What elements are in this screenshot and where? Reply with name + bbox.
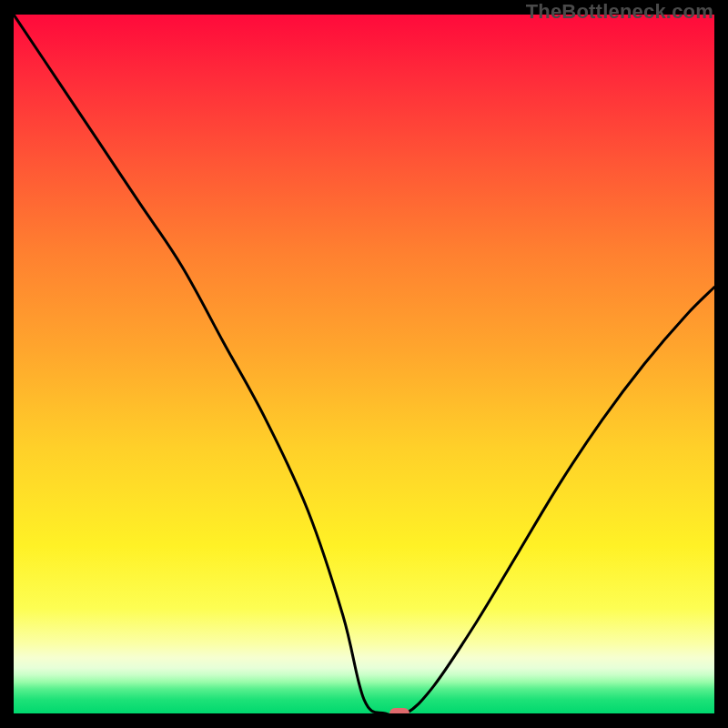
plot-area xyxy=(14,15,714,713)
watermark-label: TheBottleneck.com xyxy=(526,0,713,24)
chart-stage: TheBottleneck.com xyxy=(0,0,728,728)
bottleneck-curve xyxy=(14,15,714,713)
optimum-marker xyxy=(389,708,410,713)
curve-path xyxy=(14,15,714,713)
